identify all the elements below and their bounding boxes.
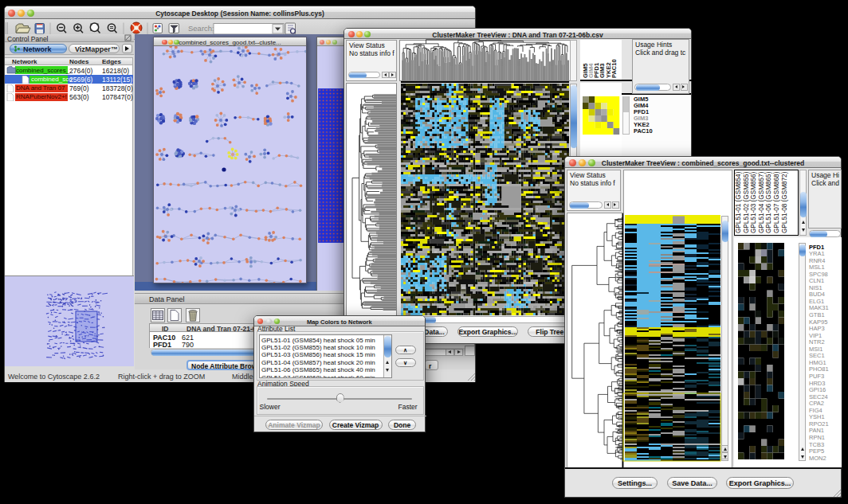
svg-text:Search:: Search: <box>188 24 214 33</box>
svg-text:GPL51-08 (GSM872): GPL51-08 (GSM872) <box>781 171 788 233</box>
svg-text:GPL51-07 (GSM868): GPL51-07 (GSM868) <box>773 171 780 233</box>
svg-text:GPL51-01 (GSM854): GPL51-01 (GSM854) <box>735 171 742 233</box>
svg-text:GPL51-04 (GSM857): GPL51-04 (GSM857) <box>758 171 765 233</box>
svg-text:GPL51-03 (GSM856): GPL51-03 (GSM856) <box>750 171 757 233</box>
svg-text:GPL51-02 (GSM855): GPL51-02 (GSM855) <box>743 171 750 233</box>
svg-text:GPL51-06 (GSM865): GPL51-06 (GSM865) <box>765 171 772 233</box>
svg-text:PAC10: PAC10 <box>610 59 618 78</box>
